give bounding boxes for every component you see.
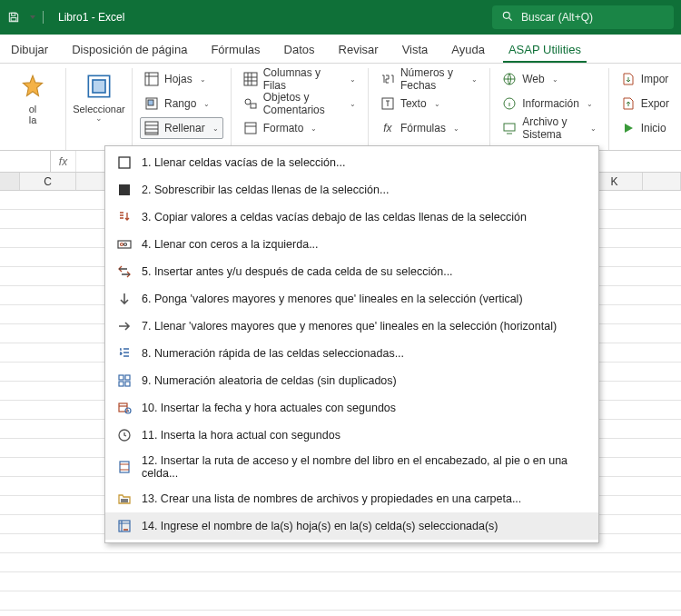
name-box[interactable]	[0, 151, 51, 172]
select-all-corner[interactable]	[0, 173, 20, 190]
menu-item-2-label: 2. Sobrescribir las celdas llenas de la …	[142, 184, 389, 196]
menu-item-2[interactable]: 2. Sobrescribir las celdas llenas de la …	[105, 176, 598, 204]
rango-label: Rango	[164, 97, 196, 110]
title-bar: Libro1 - Excel Buscar (Alt+Q)	[0, 0, 681, 35]
inicio-button[interactable]: Inicio	[617, 117, 674, 139]
menu-item-6[interactable]: 6. Ponga 'valores mayores y menores que'…	[105, 285, 598, 313]
arrow-down-icon	[116, 291, 133, 307]
tab-disposicion[interactable]: Disposición de página	[66, 37, 192, 63]
import-icon	[621, 72, 636, 86]
menu-item-11[interactable]: 11. Inserta la hora actual con segundos	[105, 422, 598, 449]
informacion-button[interactable]: Información⌄	[498, 93, 601, 114]
svg-rect-28	[120, 462, 129, 472]
qat-customize-icon[interactable]	[27, 15, 35, 19]
svg-rect-21	[119, 375, 123, 380]
big-button-1[interactable]: ol la	[7, 68, 58, 129]
exportar-label: Expor	[641, 97, 669, 110]
ribbon-group-col5: Impor Expor Inicio	[609, 68, 681, 150]
ribbon-group-col1: Hojas⌄ Rango⌄ Rellenar⌄	[133, 68, 232, 150]
svg-rect-0	[11, 18, 16, 21]
format-icon	[243, 121, 258, 135]
clock-icon	[116, 427, 133, 443]
svg-rect-15	[504, 124, 515, 131]
fx-label[interactable]: fx	[51, 151, 76, 172]
menu-item-3[interactable]: 3. Copiar valores a celdas vacías debajo…	[105, 204, 598, 231]
tab-asap-utilities[interactable]: ASAP Utilities	[503, 37, 587, 63]
menu-item-6-label: 6. Ponga 'valores mayores y menores que'…	[142, 293, 523, 305]
info-icon	[502, 96, 517, 111]
exportar-button[interactable]: Expor	[617, 93, 674, 114]
web-button[interactable]: Web⌄	[498, 68, 601, 90]
tab-vista[interactable]: Vista	[397, 37, 434, 63]
archivo-sistema-button[interactable]: Archivo y Sistema⌄	[498, 117, 601, 139]
system-icon	[502, 121, 517, 135]
folder-list-icon	[116, 491, 133, 507]
svg-rect-24	[125, 382, 130, 386]
menu-item-7[interactable]: 7. Llenar 'valores mayores que y menores…	[105, 313, 598, 340]
columnas-filas-label: Columnas y Filas	[263, 66, 342, 92]
col-header-right[interactable]	[643, 173, 681, 190]
tab-dibujar[interactable]: Dibujar	[5, 37, 54, 63]
seleccionar-button[interactable]: Seleccionar ⌄	[74, 68, 124, 126]
menu-item-4[interactable]: 4. Llenar con ceros a la izquierda...	[105, 231, 598, 258]
svg-rect-10	[251, 104, 256, 108]
svg-rect-11	[245, 123, 256, 134]
col-header-c[interactable]: C	[20, 173, 76, 190]
menu-item-5-label: 5. Insertar antes y/u después de cada ce…	[142, 265, 453, 278]
search-box[interactable]: Buscar (Alt+Q)	[492, 5, 674, 29]
quick-access: Libro1 - Excel	[7, 11, 124, 24]
big-button-1-line2: la	[29, 114, 37, 125]
svg-point-19	[121, 243, 123, 246]
numeros-fechas-button[interactable]: Números y Fechas⌄	[376, 68, 482, 90]
formato-button[interactable]: Formato⌄	[239, 117, 360, 139]
menu-item-8[interactable]: 8. Numeración rápida de las celdas selec…	[105, 340, 598, 367]
numbered-list-icon	[116, 345, 133, 362]
globe-icon	[502, 72, 517, 86]
rango-button[interactable]: Rango⌄	[140, 93, 223, 114]
svg-rect-8	[244, 73, 257, 85]
tab-revisar[interactable]: Revisar	[333, 37, 384, 63]
tab-formulas[interactable]: Fórmulas	[205, 37, 265, 63]
hojas-button[interactable]: Hojas⌄	[140, 68, 223, 90]
menu-item-1[interactable]: 1. Llenar celdas vacías de la selección.…	[105, 149, 598, 176]
filled-square-icon	[116, 182, 133, 198]
save-icon[interactable]	[7, 11, 20, 24]
star-icon	[18, 72, 47, 101]
search-placeholder: Buscar (Alt+Q)	[521, 11, 593, 24]
formulas-ribbon-label: Fórmulas	[400, 122, 446, 134]
importar-button[interactable]: Impor	[617, 68, 674, 90]
svg-rect-23	[119, 382, 123, 386]
svg-point-9	[245, 99, 251, 104]
web-label: Web	[522, 73, 544, 85]
columnas-filas-button[interactable]: Columnas y Filas⌄	[239, 68, 360, 90]
copy-down-icon	[116, 209, 133, 225]
svg-rect-3	[93, 80, 105, 93]
objetos-button[interactable]: Objetos y Comentarios⌄	[239, 93, 360, 114]
zeros-icon	[116, 236, 133, 253]
texto-button[interactable]: Texto⌄	[376, 93, 482, 114]
menu-item-5[interactable]: 5. Insertar antes y/u después de cada ce…	[105, 258, 598, 285]
tab-datos[interactable]: Datos	[279, 37, 321, 63]
ribbon: ol la Seleccionar ⌄ Hojas⌄ Rango⌄ Relle	[0, 64, 681, 151]
objetos-label: Objetos y Comentarios	[263, 91, 342, 116]
menu-item-13[interactable]: 13. Crear una lista de nombres de archiv…	[105, 485, 598, 512]
calendar-clock-icon	[116, 400, 133, 416]
empty-square-icon	[116, 154, 133, 171]
svg-point-1	[503, 12, 509, 18]
menu-item-14[interactable]: 14. Ingrese el nombre de la(s) hoja(s) e…	[105, 512, 598, 540]
menu-item-9[interactable]: 9. Numeración aleatoria de celdas (sin d…	[105, 367, 598, 394]
menu-item-12[interactable]: 12. Insertar la ruta de acceso y el nomb…	[105, 449, 598, 485]
menu-item-4-label: 4. Llenar con ceros a la izquierda...	[142, 238, 319, 251]
insert-around-icon	[116, 263, 133, 280]
random-grid-icon	[116, 373, 133, 389]
tab-ayuda[interactable]: Ayuda	[446, 37, 490, 63]
numeros-fechas-label: Números y Fechas	[400, 66, 464, 92]
svg-rect-4	[145, 73, 158, 85]
svg-rect-22	[125, 375, 130, 380]
formulas-ribbon-button[interactable]: fxFórmulas⌄	[376, 117, 482, 139]
rellenar-button[interactable]: Rellenar⌄	[140, 117, 223, 139]
export-icon	[621, 96, 636, 111]
ribbon-group-seleccionar: Seleccionar ⌄	[66, 68, 133, 150]
menu-item-10[interactable]: 10. Insertar la fecha y hora actuales co…	[105, 394, 598, 422]
menu-item-1-label: 1. Llenar celdas vacías de la selección.…	[142, 156, 345, 169]
